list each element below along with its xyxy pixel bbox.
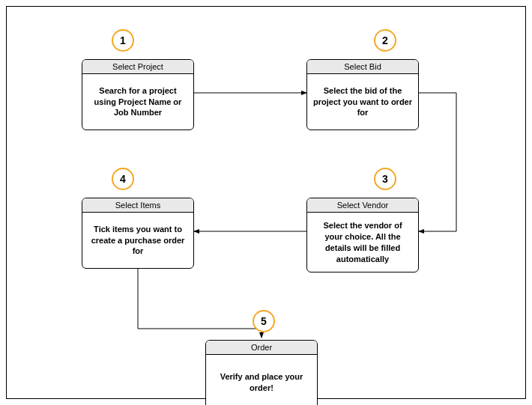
step-number-4: 4 xyxy=(112,168,134,190)
step-box-order: Order Verify and place your order! xyxy=(205,340,318,405)
diagram-frame: 1 Select Project Search for a project us… xyxy=(6,6,526,399)
step-desc-5: Verify and place your order! xyxy=(206,355,317,405)
step-desc-4: Tick items you want to create a purchase… xyxy=(82,213,193,268)
step-number-1: 1 xyxy=(112,29,134,52)
step-number-2: 2 xyxy=(374,29,396,52)
step-box-select-bid: Select Bid Select the bid of the project… xyxy=(306,59,419,130)
step-box-select-items: Select Items Tick items you want to crea… xyxy=(82,198,194,269)
step-box-select-vendor: Select Vendor Select the vendor of your … xyxy=(306,198,419,272)
step-number-5: 5 xyxy=(253,310,275,332)
step-number-3: 3 xyxy=(374,168,396,190)
step-desc-2: Select the bid of the project you want t… xyxy=(307,74,418,130)
step-title-3: Select Vendor xyxy=(307,198,418,213)
step-desc-1: Search for a project using Project Name … xyxy=(82,74,193,130)
step-title-2: Select Bid xyxy=(307,60,418,74)
step-desc-3: Select the vendor of your choice. All th… xyxy=(307,213,418,272)
step-title-5: Order xyxy=(206,341,317,355)
step-title-1: Select Project xyxy=(82,60,193,74)
step-box-select-project: Select Project Search for a project usin… xyxy=(82,59,194,130)
step-title-4: Select Items xyxy=(82,198,193,213)
